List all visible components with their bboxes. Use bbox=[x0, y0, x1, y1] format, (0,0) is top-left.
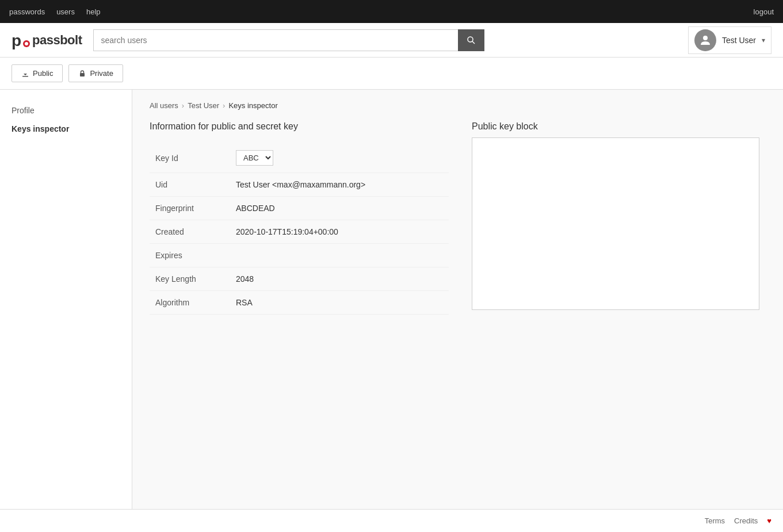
search-input[interactable] bbox=[93, 29, 458, 51]
svg-point-3 bbox=[468, 37, 473, 42]
table-row-keylength: Key Length 2048 bbox=[150, 267, 449, 291]
key-info: Information for public and secret key Ke… bbox=[150, 121, 449, 315]
credits-link[interactable]: Credits bbox=[734, 516, 758, 525]
sidebar-item-profile[interactable]: Profile bbox=[0, 101, 132, 120]
nav-help[interactable]: help bbox=[86, 7, 101, 16]
label-expires: Expires bbox=[150, 244, 230, 267]
value-algorithm: RSA bbox=[230, 291, 449, 315]
public-key-title: Public key block bbox=[472, 121, 759, 132]
svg-rect-6 bbox=[22, 76, 28, 77]
svg-line-4 bbox=[472, 41, 475, 44]
breadcrumb: All users › Test User › Keys inspector bbox=[150, 101, 766, 110]
breadcrumb-current: Keys inspector bbox=[228, 101, 277, 110]
table-row-keyid: Key Id ABC bbox=[150, 143, 449, 173]
private-button[interactable]: Private bbox=[68, 64, 123, 82]
breadcrumb-sep-1: › bbox=[182, 101, 184, 110]
lock-icon bbox=[78, 70, 86, 78]
avatar bbox=[694, 29, 716, 51]
key-grid: Information for public and secret key Ke… bbox=[150, 121, 766, 315]
header: p passbolt Test User ▾ bbox=[0, 23, 783, 58]
table-row-algorithm: Algorithm RSA bbox=[150, 291, 449, 315]
breadcrumb-all-users[interactable]: All users bbox=[150, 101, 178, 110]
logout-link[interactable]: logout bbox=[754, 7, 774, 16]
value-uid: Test User <max@maxammann.org> bbox=[230, 173, 449, 197]
top-nav: passwords users help logout bbox=[0, 0, 783, 23]
label-uid: Uid bbox=[150, 173, 230, 197]
main-content: All users › Test User › Keys inspector I… bbox=[132, 90, 783, 509]
public-button[interactable]: Public bbox=[12, 64, 63, 82]
nav-passwords[interactable]: passwords bbox=[9, 7, 45, 16]
label-key-length: Key Length bbox=[150, 267, 230, 291]
value-key-length: 2048 bbox=[230, 267, 449, 291]
private-label: Private bbox=[90, 69, 113, 78]
user-name: Test User bbox=[722, 36, 756, 45]
value-fingerprint: ABCDEAD bbox=[230, 197, 449, 220]
sidebar-item-keys-inspector[interactable]: Keys inspector bbox=[0, 120, 132, 138]
table-row-expires: Expires bbox=[150, 244, 449, 267]
table-row-fingerprint: Fingerprint ABCDEAD bbox=[150, 197, 449, 220]
key-info-table: Key Id ABC Uid Test User <max@maxammann.… bbox=[150, 143, 449, 315]
logo: p passbolt bbox=[12, 31, 82, 49]
user-menu[interactable]: Test User ▾ bbox=[688, 26, 771, 54]
public-key-textarea[interactable] bbox=[472, 137, 759, 310]
value-key-id: ABC bbox=[230, 143, 449, 173]
value-expires bbox=[230, 244, 449, 267]
search-button[interactable] bbox=[458, 29, 484, 51]
download-icon bbox=[21, 70, 29, 78]
breadcrumb-test-user[interactable]: Test User bbox=[188, 101, 219, 110]
top-nav-right: logout bbox=[754, 7, 774, 16]
nav-users[interactable]: users bbox=[56, 7, 75, 16]
footer: Terms Credits ♥ bbox=[0, 509, 783, 532]
svg-point-2 bbox=[25, 42, 28, 45]
svg-text:p: p bbox=[12, 32, 21, 49]
svg-rect-7 bbox=[80, 73, 85, 76]
svg-point-5 bbox=[703, 36, 708, 40]
logo-text: passbolt bbox=[32, 33, 82, 48]
top-nav-links: passwords users help bbox=[9, 7, 101, 16]
label-key-id: Key Id bbox=[150, 143, 230, 173]
heart-icon: ♥ bbox=[767, 516, 771, 525]
breadcrumb-sep-2: › bbox=[223, 101, 225, 110]
search-icon bbox=[467, 36, 476, 45]
toolbar: Public Private bbox=[0, 58, 783, 90]
public-label: Public bbox=[33, 69, 53, 78]
label-fingerprint: Fingerprint bbox=[150, 197, 230, 220]
label-created: Created bbox=[150, 220, 230, 244]
value-created: 2020-10-17T15:19:04+00:00 bbox=[230, 220, 449, 244]
key-id-select[interactable]: ABC bbox=[236, 150, 273, 166]
main-layout: Profile Keys inspector All users › Test … bbox=[0, 90, 783, 509]
terms-link[interactable]: Terms bbox=[705, 516, 725, 525]
chevron-down-icon: ▾ bbox=[762, 36, 765, 44]
sidebar: Profile Keys inspector bbox=[0, 90, 132, 509]
table-row-created: Created 2020-10-17T15:19:04+00:00 bbox=[150, 220, 449, 244]
table-row-uid: Uid Test User <max@maxammann.org> bbox=[150, 173, 449, 197]
public-key-block: Public key block bbox=[472, 121, 759, 315]
logo-icon: p bbox=[12, 31, 30, 49]
user-avatar-icon bbox=[698, 33, 712, 47]
section-title: Information for public and secret key bbox=[150, 121, 449, 132]
label-algorithm: Algorithm bbox=[150, 291, 230, 315]
search-container bbox=[93, 29, 484, 51]
